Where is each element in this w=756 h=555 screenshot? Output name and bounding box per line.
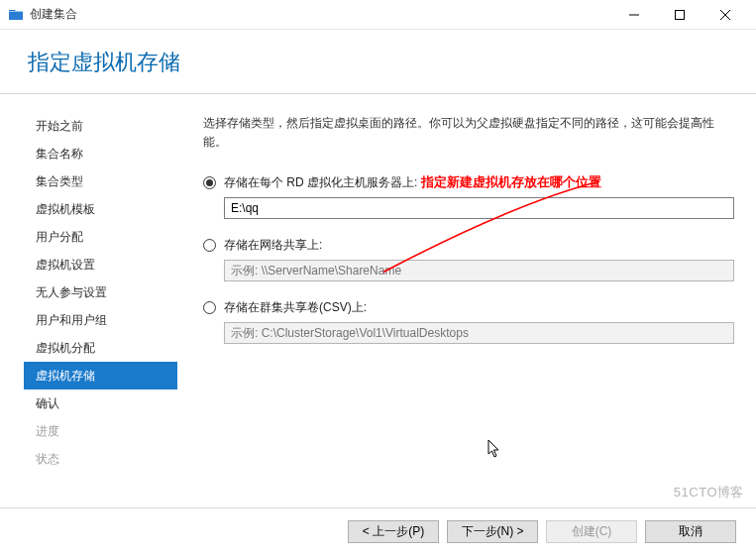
create-button: 创建(C) [546, 520, 637, 543]
radio-rd-host[interactable] [203, 176, 216, 189]
content: 选择存储类型，然后指定虚拟桌面的路径。你可以为父虚拟硬盘指定不同的路径，这可能会… [185, 102, 756, 503]
prev-button[interactable]: < 上一步(P) [348, 520, 439, 543]
sidebar-item-collection-name[interactable]: 集合名称 [24, 140, 177, 167]
page-title: 指定虚拟机存储 [0, 30, 756, 87]
cursor-icon [487, 439, 503, 459]
description-text: 选择存储类型，然后指定虚拟桌面的路径。你可以为父虚拟硬盘指定不同的路径，这可能会… [203, 114, 734, 152]
sidebar-item-user-assignment[interactable]: 用户分配 [24, 223, 177, 251]
sidebar-item-confirm[interactable]: 确认 [24, 389, 177, 417]
next-button[interactable]: 下一步(N) > [447, 520, 538, 543]
path-input-network-share [224, 260, 734, 281]
minimize-button[interactable] [611, 0, 657, 30]
sidebar-item-before-start[interactable]: 开始之前 [24, 112, 177, 140]
option-csv[interactable]: 存储在群集共享卷(CSV)上: [203, 299, 734, 316]
radio-csv[interactable] [203, 301, 216, 314]
option-label-network-share: 存储在网络共享上: [224, 237, 322, 254]
option-rd-host[interactable]: 存储在每个 RD 虚拟化主机服务器上: 指定新建虚拟机存放在哪个位置 [203, 173, 734, 191]
cancel-button[interactable]: 取消 [645, 520, 736, 543]
sidebar-item-vm-settings[interactable]: 虚拟机设置 [24, 251, 177, 278]
close-button[interactable] [702, 0, 748, 30]
sidebar-item-vm-template[interactable]: 虚拟机模板 [24, 195, 177, 223]
window-controls [611, 0, 748, 30]
path-input-csv [224, 322, 734, 344]
titlebar: 创建集合 [0, 0, 756, 30]
svg-rect-0 [676, 10, 685, 19]
sidebar-item-status: 状态 [24, 445, 177, 473]
sidebar-item-unattended-settings[interactable]: 无人参与设置 [24, 278, 177, 306]
option-label-csv: 存储在群集共享卷(CSV)上: [224, 299, 367, 316]
window-title: 创建集合 [30, 6, 77, 23]
maximize-button[interactable] [657, 0, 702, 30]
radio-network-share[interactable] [203, 239, 216, 252]
sidebar: 开始之前 集合名称 集合类型 虚拟机模板 用户分配 虚拟机设置 无人参与设置 用… [0, 102, 185, 503]
sidebar-item-vm-storage[interactable]: 虚拟机存储 [24, 362, 177, 389]
sidebar-item-collection-type[interactable]: 集合类型 [24, 167, 177, 195]
sidebar-item-vm-allocation[interactable]: 虚拟机分配 [24, 334, 177, 362]
option-network-share[interactable]: 存储在网络共享上: [203, 237, 734, 254]
annotation-text: 指定新建虚拟机存放在哪个位置 [421, 173, 601, 191]
footer: < 上一步(P) 下一步(N) > 创建(C) 取消 [0, 507, 756, 555]
sidebar-item-users-groups[interactable]: 用户和用户组 [24, 306, 177, 334]
app-icon [8, 7, 24, 23]
sidebar-item-progress: 进度 [24, 417, 177, 445]
option-label-rd-host: 存储在每个 RD 虚拟化主机服务器上: [224, 174, 417, 191]
body: 开始之前 集合名称 集合类型 虚拟机模板 用户分配 虚拟机设置 无人参与设置 用… [0, 102, 756, 503]
divider [0, 93, 756, 94]
path-input-rd-host[interactable] [224, 197, 734, 219]
